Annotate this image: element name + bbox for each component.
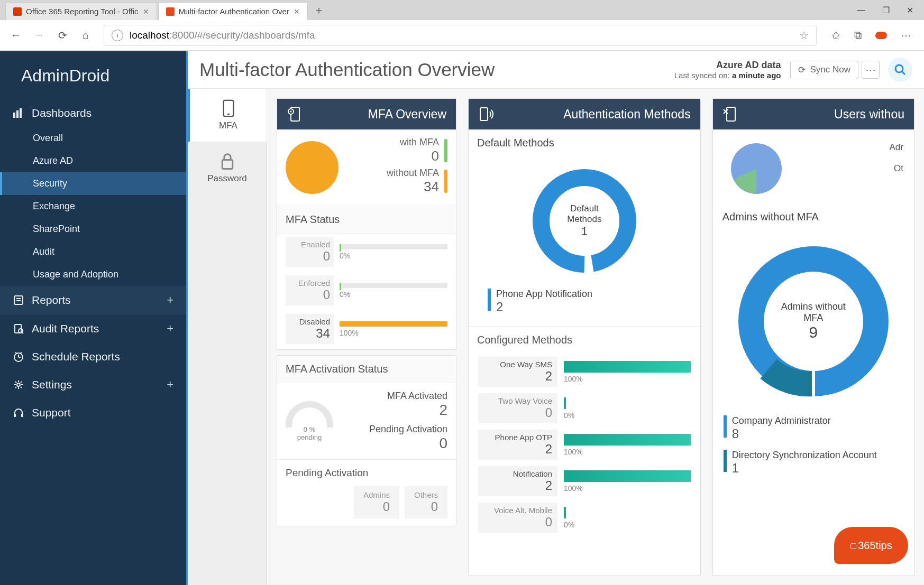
sidebar-section-schedule[interactable]: Schedule Reports <box>0 343 186 370</box>
search-icon <box>894 63 907 76</box>
gauge-wrap: 0 %pending <box>286 401 333 441</box>
more-icon[interactable]: ⋯ <box>901 29 911 42</box>
sidebar-section-reports[interactable]: Reports + <box>0 286 186 314</box>
sidebar-item-security[interactable]: Security <box>0 172 186 195</box>
brand-logo: AdminDroid <box>0 57 186 99</box>
close-icon[interactable]: ✕ <box>907 5 913 15</box>
svg-point-17 <box>895 65 903 72</box>
card-title: Authentication Methods <box>563 107 690 122</box>
card-auth-methods: Authentication Methods Default Methods D… <box>468 98 701 576</box>
tab-close-icon[interactable]: ✕ <box>294 7 300 16</box>
svg-point-24 <box>290 111 292 113</box>
site-info-icon[interactable]: i <box>112 30 123 41</box>
configured-methods-rows: One Way SMS2 100% Two Way Voice0 0% Phon… <box>469 354 700 536</box>
sidebar-item-sharepoint[interactable]: SharePoint <box>0 218 186 240</box>
pending-others: Others 0 <box>405 486 447 518</box>
gear-phone-icon <box>287 106 301 122</box>
extension-icon[interactable] <box>875 32 887 39</box>
overview-top: with MFA0 without MFA34 <box>277 129 456 206</box>
new-tab-button[interactable]: ＋ <box>311 2 327 18</box>
browser-tab-1[interactable]: Office 365 Reporting Tool - Offic ✕ <box>5 2 157 20</box>
browser-right-icons: ✩ ⧉ ⋯ <box>824 29 919 42</box>
tab-favicon <box>166 7 175 16</box>
sidebar-section-audit-reports[interactable]: Audit Reports + <box>0 314 186 343</box>
sidebar-item-audit[interactable]: Audit <box>0 240 186 263</box>
svg-rect-1 <box>16 110 19 118</box>
browser-tabs-row: Office 365 Reporting Tool - Offic ✕ Mult… <box>0 0 924 20</box>
svg-rect-21 <box>222 160 232 169</box>
svg-rect-25 <box>480 108 488 120</box>
svg-rect-15 <box>14 414 16 417</box>
gear-icon <box>13 379 24 390</box>
refresh-button[interactable]: ⟳ <box>52 25 73 46</box>
cards-container: MFA Overview with MFA0 without MFA34 <box>267 89 924 585</box>
minimize-icon[interactable]: ― <box>857 5 865 15</box>
tab-title: Multi-factor Authentication Over <box>179 7 289 16</box>
favorites-icon[interactable]: ✩ <box>831 29 840 42</box>
card-mfa-activation: MFA Activation Status 0 %pending MFA Act… <box>277 355 456 526</box>
svg-rect-0 <box>13 113 15 118</box>
card-header: Users withou <box>713 99 914 129</box>
mini-nav-password[interactable]: Password <box>188 142 267 194</box>
pending-activation-section: Pending Activation Admins 0 Others 0 <box>277 459 456 526</box>
sync-now-button[interactable]: ⟳ Sync Now <box>790 61 858 79</box>
status-row-enabled: Enabled0 0% <box>277 234 456 272</box>
headset-icon <box>13 407 24 419</box>
gauge-text: 0 %pending <box>286 425 333 441</box>
maximize-icon[interactable]: ❐ <box>882 5 890 15</box>
more-options-button[interactable]: ⋯ <box>862 61 880 79</box>
expand-icon[interactable]: + <box>167 378 173 392</box>
url-path: /#/security/dashboards/mfa <box>195 30 315 41</box>
collections-icon[interactable]: ⧉ <box>854 29 862 41</box>
sidebar-label: Dashboards <box>32 107 92 119</box>
admins-without-title: Admins without MFA <box>713 208 914 226</box>
back-button[interactable]: ← <box>5 25 26 46</box>
legend-phone-app-notification: Phone App Notification 2 <box>477 284 692 319</box>
configured-row: Voice Alt. Mobile0 0% <box>469 499 700 536</box>
card-users-without: Users withou Adr Ot Admins without MFA <box>712 98 914 576</box>
status-rows: Enabled0 0% Enforced0 0% Disabled34 100% <box>277 234 456 349</box>
bar-indicator <box>444 170 447 193</box>
sidebar-label: Audit Reports <box>32 322 99 335</box>
tab-close-icon[interactable]: ✕ <box>143 7 149 16</box>
legend-dirsync-account: Directory Synchronization Account1 <box>713 445 914 480</box>
sidebar-item-exchange[interactable]: Exchange <box>0 195 186 218</box>
configured-row: Two Way Voice0 0% <box>469 390 700 426</box>
azure-data-label: Azure AD data <box>716 60 781 71</box>
app-body: AdminDroid Dashboards Overall Azure AD S… <box>0 51 924 585</box>
expand-icon[interactable]: + <box>167 322 173 336</box>
status-row-enforced: Enforced0 0% <box>277 272 456 311</box>
url-host: localhost <box>130 30 169 41</box>
card-title: Users withou <box>834 107 904 122</box>
365tips-badge[interactable]: ▢365tips <box>834 527 908 564</box>
activation-title: MFA Activation Status <box>277 356 456 383</box>
sidebar-section-support[interactable]: Support <box>0 399 186 426</box>
sidebar-label: Settings <box>32 378 72 391</box>
sidebar-item-azure-ad[interactable]: Azure AD <box>0 150 186 172</box>
lock-icon <box>218 152 236 170</box>
home-button[interactable]: ⌂ <box>75 25 96 46</box>
search-button[interactable] <box>888 58 912 82</box>
phone-icon <box>219 99 237 117</box>
audit-reports-icon <box>13 323 24 334</box>
configured-row: One Way SMS2 100% <box>469 354 700 390</box>
sidebar-section-dashboards[interactable]: Dashboards <box>0 99 186 127</box>
svg-line-12 <box>15 352 17 354</box>
card-mfa-overview: MFA Overview with MFA0 without MFA34 <box>277 98 456 350</box>
svg-point-20 <box>227 113 230 115</box>
sidebar-section-settings[interactable]: Settings + <box>0 370 186 399</box>
expand-icon[interactable]: + <box>167 293 173 307</box>
bookmark-icon[interactable]: ☆ <box>799 29 809 42</box>
sync-info: Azure AD data Last synced on: a minute a… <box>674 60 781 80</box>
mini-nav-mfa[interactable]: MFA <box>188 89 267 142</box>
browser-tab-2[interactable]: Multi-factor Authentication Over ✕ <box>158 2 308 20</box>
forward-button: → <box>29 25 50 46</box>
sidebar-item-usage[interactable]: Usage and Adoption <box>0 263 186 286</box>
url-bar[interactable]: i localhost:8000/#/security/dashboards/m… <box>104 25 817 46</box>
dashboards-icon <box>13 108 24 118</box>
sidebar-item-overall[interactable]: Overall <box>0 127 186 150</box>
status-row-disabled: Disabled34 100% <box>277 311 456 349</box>
browser-chrome: Office 365 Reporting Tool - Offic ✕ Mult… <box>0 0 924 51</box>
svg-rect-2 <box>20 108 22 118</box>
configured-row: Phone App OTP2 100% <box>469 426 700 463</box>
